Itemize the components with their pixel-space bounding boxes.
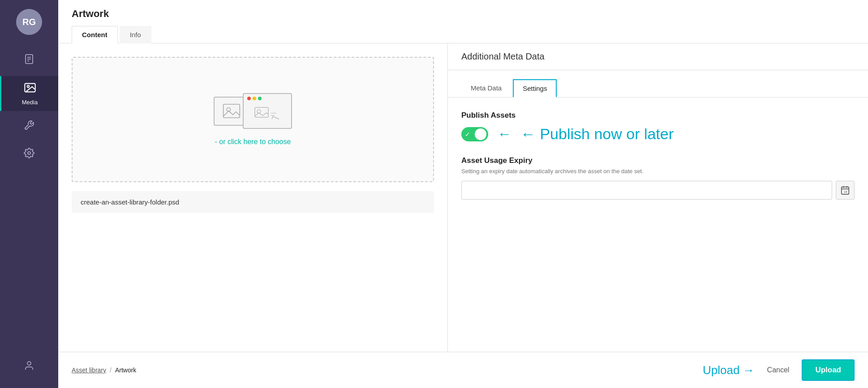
footer-actions: Upload → Cancel Upload [703, 359, 855, 381]
svg-rect-8 [223, 104, 240, 118]
tab-settings[interactable]: Settings [513, 79, 557, 98]
tab-info[interactable]: Info [120, 26, 151, 43]
content-tabs: Content Info [72, 26, 855, 43]
breadcrumb-separator: / [110, 367, 112, 374]
browser-dots [244, 94, 291, 103]
left-panel: - or click here to choose create-an-asse… [58, 43, 448, 352]
dot-red [247, 97, 251, 100]
drop-zone-illustration [214, 93, 292, 129]
tools-icon [24, 120, 34, 133]
main-content: Artwork Content Info [58, 0, 868, 388]
page-title: Artwork [72, 8, 855, 20]
tab-content[interactable]: Content [72, 26, 118, 43]
publish-toggle[interactable]: ✓ [461, 127, 488, 141]
drop-zone[interactable]: - or click here to choose [72, 57, 434, 182]
svg-rect-10 [255, 107, 268, 117]
dot-yellow [253, 97, 256, 100]
svg-point-6 [28, 152, 30, 154]
page-header: Artwork Content Info [58, 0, 868, 43]
gear-icon [24, 148, 34, 161]
sidebar-navigation: Media [0, 48, 58, 166]
sidebar-item-media-label: Media [22, 99, 38, 106]
publish-assets-title: Publish Assets [461, 111, 855, 120]
pages-icon [24, 54, 34, 67]
breadcrumb-current: Artwork [115, 367, 136, 374]
upload-button[interactable]: Upload [802, 359, 855, 381]
avatar: RG [16, 9, 42, 35]
svg-point-7 [27, 362, 31, 365]
sidebar-item-users[interactable] [24, 355, 34, 379]
annotation-arrow: ← [497, 126, 511, 142]
breadcrumb-link[interactable]: Asset library [72, 367, 106, 374]
toggle-row: ✓ ← ← Publish now or later [461, 125, 855, 143]
expiry-desc: Setting an expiry date automatically arc… [461, 168, 855, 175]
click-text[interactable]: - or click here to choose [215, 138, 291, 146]
toggle-knob [475, 128, 486, 140]
media-icon [24, 81, 36, 97]
sidebar: RG Media [0, 0, 58, 388]
meta-tabs: Meta Data Settings [448, 70, 868, 98]
tab-metadata[interactable]: Meta Data [461, 79, 511, 98]
right-panel: Additional Meta Data Meta Data Settings … [448, 43, 868, 352]
sidebar-item-pages[interactable] [0, 48, 58, 72]
sidebar-item-settings[interactable] [0, 142, 58, 166]
file-name: create-an-asset-library-folder.psd [81, 198, 179, 206]
svg-point-5 [27, 85, 29, 88]
breadcrumb: Asset library / Artwork [72, 367, 136, 374]
calendar-button[interactable]: 14 [836, 181, 855, 200]
date-input-row: 14 [461, 181, 855, 200]
panel-footer: Asset library / Artwork Upload → Cancel … [58, 352, 868, 388]
content-body: - or click here to choose create-an-asse… [58, 43, 868, 352]
expiry-title: Asset Usage Expiry [461, 156, 855, 165]
right-title: Additional Meta Data [461, 51, 545, 61]
file-name-row: create-an-asset-library-folder.psd [72, 191, 434, 213]
sidebar-bottom [24, 355, 34, 379]
sidebar-item-media[interactable]: Media [0, 76, 58, 111]
browser-body [244, 103, 291, 126]
right-body: Publish Assets ✓ ← ← Publish now or late… [448, 98, 868, 352]
user-icon [24, 360, 34, 374]
publish-annotation: ← Publish now or later [520, 125, 674, 143]
browser-window-icon [243, 93, 292, 129]
svg-text:14: 14 [844, 190, 847, 193]
sidebar-item-tools[interactable] [0, 115, 58, 139]
right-header: Additional Meta Data [448, 43, 868, 70]
toggle-check-icon: ✓ [465, 131, 470, 138]
upload-annotation: Upload → [703, 363, 755, 377]
cancel-button[interactable]: Cancel [762, 362, 795, 378]
expiry-date-input[interactable] [461, 181, 832, 200]
dot-green [258, 97, 262, 100]
